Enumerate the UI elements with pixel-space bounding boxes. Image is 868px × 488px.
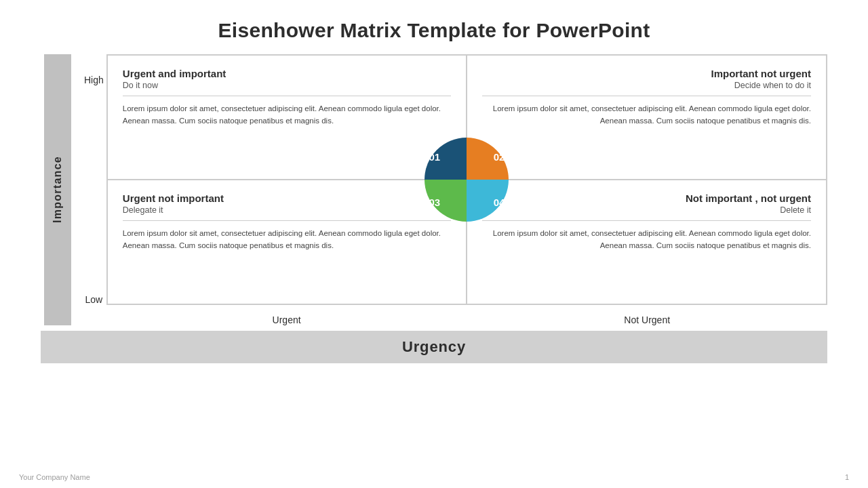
q4-title: Not important , not urgent [482,192,811,204]
matrix-grid: Urgent and important Do it now Lorem ips… [106,54,827,305]
main-content: Importance High Low Urgent and important… [0,54,868,325]
q3-divider [123,220,452,221]
q1-divider [123,96,452,96]
page-title: Eisenhower Matrix Template for PowerPoin… [0,0,868,54]
pie-svg [419,132,514,227]
q3-subtitle: Delegate it [123,205,452,215]
low-label: Low [85,294,103,305]
quadrant-2: Important not urgent Decide when to do i… [467,55,827,180]
q3-title: Urgent not important [123,192,452,204]
matrix-area: Urgent and important Do it now Lorem ips… [106,54,827,325]
quadrant-4: Not important , not urgent Delete it Lor… [467,180,827,304]
q2-title: Important not urgent [482,68,811,79]
urgent-label: Urgent [106,314,467,325]
x-axis-labels: Urgent Not Urgent [106,308,827,325]
pie-label-03: 03 [429,197,440,208]
urgency-label: Urgency [402,338,466,356]
pie-label-04: 04 [494,197,505,208]
footer: Your Company Name 1 [0,473,868,481]
q3-body: Lorem ipsum dolor sit amet, consectetuer… [123,228,452,252]
q1-title: Urgent and important [123,68,452,79]
quadrant-3: Urgent not important Delegate it Lorem i… [107,180,467,304]
q4-body: Lorem ipsum dolor sit amet, consectetuer… [482,228,811,252]
company-name: Your Company Name [19,473,90,481]
quadrant-1: Urgent and important Do it now Lorem ips… [107,55,467,180]
pie-label-02: 02 [494,151,505,163]
page-number: 1 [845,473,849,481]
urgency-bar: Urgency [41,331,827,363]
q2-divider [482,96,811,96]
q2-subtitle: Decide when to do it [482,81,811,90]
pie-label-01: 01 [429,151,440,163]
importance-axis: Importance [41,54,75,325]
q1-subtitle: Do it now [123,81,452,90]
high-label: High [84,75,104,85]
q4-divider [482,220,811,221]
not-urgent-label: Not Urgent [467,314,827,325]
pie-chart-center: 01 02 03 04 [419,132,514,227]
q1-body: Lorem ipsum dolor sit amet, consectetuer… [123,103,452,127]
importance-label: Importance [52,156,64,223]
importance-bar: Importance [44,54,71,325]
q2-body: Lorem ipsum dolor sit amet, consectetuer… [482,103,811,127]
q4-subtitle: Delete it [482,205,811,215]
high-low-labels: High Low [84,54,104,325]
